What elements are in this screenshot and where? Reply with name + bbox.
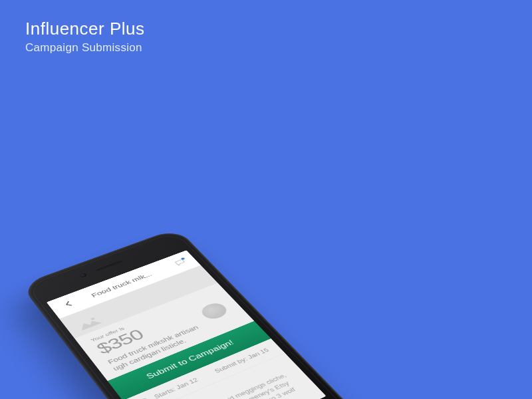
- svg-point-0: [90, 317, 95, 321]
- phone-speaker: [95, 259, 124, 271]
- page-subtitle: Campaign Submission: [25, 41, 142, 55]
- phone-camera: [79, 273, 88, 278]
- phone-device-frame: Food truck mlk... Your offer: [20, 228, 366, 399]
- clock-icon: [137, 396, 152, 399]
- app-screen: Food truck mlk... Your offer: [47, 250, 327, 399]
- page-title: Influencer Plus: [25, 19, 144, 39]
